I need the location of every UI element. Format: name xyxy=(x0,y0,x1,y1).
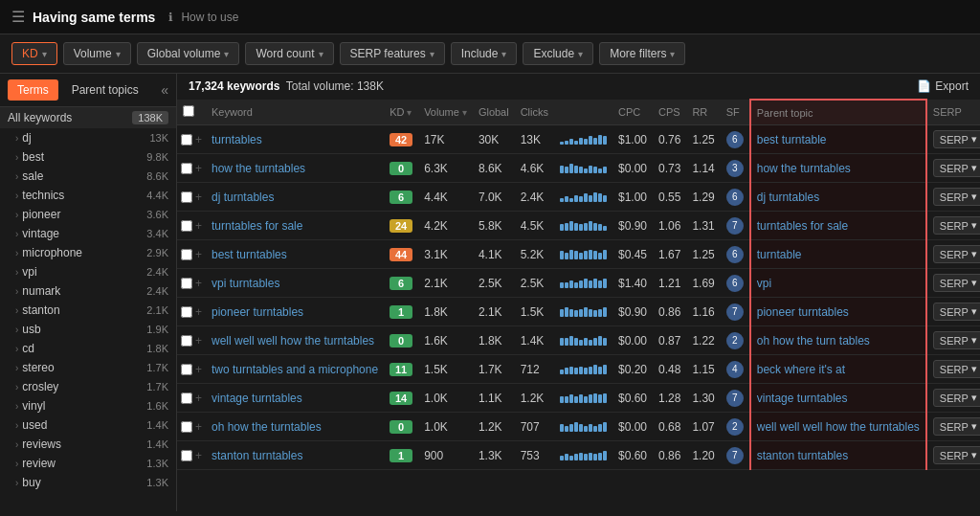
row-parent-topic[interactable]: how the turntables xyxy=(750,154,926,183)
row-keyword[interactable]: how the turntables xyxy=(206,154,384,183)
col-sf-header[interactable]: SF xyxy=(721,100,750,125)
sidebar-item-sale[interactable]: ›sale8.6K xyxy=(0,167,176,186)
row-keyword[interactable]: stanton turntables xyxy=(206,441,384,470)
serp-dropdown-button[interactable]: SERP ▾ xyxy=(933,159,980,177)
row-serp[interactable]: SERP ▾ xyxy=(926,212,980,240)
row-keyword[interactable]: turntables for sale xyxy=(206,212,384,240)
row-serp[interactable]: SERP ▾ xyxy=(926,355,980,384)
row-expand-button[interactable]: + xyxy=(195,277,202,290)
sidebar-item-vpi[interactable]: ›vpi2.4K xyxy=(0,262,176,281)
row-checkbox[interactable] xyxy=(181,249,192,260)
serp-dropdown-button[interactable]: SERP ▾ xyxy=(933,303,980,321)
sidebar-item-stanton[interactable]: ›stanton2.1K xyxy=(0,301,176,320)
row-keyword[interactable]: pioneer turntables xyxy=(206,298,384,326)
filter-btn-include[interactable]: Include ▾ xyxy=(451,42,518,65)
col-cps-header[interactable]: CPS xyxy=(653,100,686,125)
row-parent-topic[interactable]: beck where it's at xyxy=(750,355,926,384)
row-keyword[interactable]: oh how the turntables xyxy=(206,413,384,441)
sidebar-item-numark[interactable]: ›numark2.4K xyxy=(0,281,176,301)
row-checkbox[interactable] xyxy=(181,220,192,232)
sidebar-item-reviews[interactable]: ›reviews1.4K xyxy=(0,435,176,454)
sidebar-item-best[interactable]: ›best9.8K xyxy=(0,147,176,167)
row-parent-topic[interactable]: best turntable xyxy=(750,125,926,154)
serp-dropdown-button[interactable]: SERP ▾ xyxy=(933,417,980,436)
filter-btn-serp-features[interactable]: SERP features ▾ xyxy=(340,42,445,65)
col-global-header[interactable]: Global xyxy=(473,100,515,125)
serp-dropdown-button[interactable]: SERP ▾ xyxy=(933,274,980,292)
row-expand-button[interactable]: + xyxy=(195,305,202,319)
row-expand-button[interactable]: + xyxy=(195,392,202,405)
sidebar-item-dj[interactable]: ›dj13K xyxy=(0,128,176,147)
row-serp[interactable]: SERP ▾ xyxy=(926,326,980,355)
serp-dropdown-button[interactable]: SERP ▾ xyxy=(933,360,980,378)
row-checkbox[interactable] xyxy=(181,393,192,404)
row-serp[interactable]: SERP ▾ xyxy=(926,384,980,413)
row-expand-button[interactable]: + xyxy=(195,334,202,348)
sidebar-all-keywords[interactable]: All keywords 138K xyxy=(0,107,176,128)
row-parent-topic[interactable]: well well well how the turntables xyxy=(750,413,926,441)
sidebar-collapse-icon[interactable]: « xyxy=(161,82,168,98)
row-serp[interactable]: SERP ▾ xyxy=(926,413,980,441)
row-expand-button[interactable]: + xyxy=(195,133,202,146)
sidebar-item-crosley[interactable]: ›crosley1.7K xyxy=(0,377,176,396)
sidebar-item-pioneer[interactable]: ›pioneer3.6K xyxy=(0,205,176,224)
col-volume-header[interactable]: Volume ▾ xyxy=(418,100,473,125)
how-to-use-link[interactable]: How to use xyxy=(181,11,238,24)
row-keyword[interactable]: vpi turntables xyxy=(206,269,384,298)
row-checkbox[interactable] xyxy=(181,364,192,375)
row-serp[interactable]: SERP ▾ xyxy=(926,441,980,470)
col-rr-header[interactable]: RR xyxy=(686,100,720,125)
serp-dropdown-button[interactable]: SERP ▾ xyxy=(933,216,980,235)
filter-btn-global-volume[interactable]: Global volume ▾ xyxy=(137,42,240,65)
sidebar-item-cd[interactable]: ›cd1.8K xyxy=(0,339,176,358)
row-checkbox[interactable] xyxy=(181,421,192,433)
filter-btn-word-count[interactable]: Word count ▾ xyxy=(245,42,333,65)
serp-dropdown-button[interactable]: SERP ▾ xyxy=(933,130,980,148)
row-keyword[interactable]: dj turntables xyxy=(206,183,384,212)
filter-btn-exclude[interactable]: Exclude ▾ xyxy=(523,42,593,65)
serp-dropdown-button[interactable]: SERP ▾ xyxy=(933,446,980,464)
row-keyword[interactable]: best turntables xyxy=(206,240,384,269)
row-serp[interactable]: SERP ▾ xyxy=(926,298,980,326)
export-button[interactable]: 📄 Export xyxy=(917,79,969,93)
row-keyword[interactable]: turntables xyxy=(206,125,384,154)
col-clicks-header[interactable]: Clicks xyxy=(515,100,554,125)
serp-dropdown-button[interactable]: SERP ▾ xyxy=(933,389,980,407)
row-expand-button[interactable]: + xyxy=(195,219,202,233)
row-serp[interactable]: SERP ▾ xyxy=(926,269,980,298)
row-parent-topic[interactable]: turntables for sale xyxy=(750,212,926,240)
col-serp-header[interactable]: SERP xyxy=(926,100,980,125)
row-expand-button[interactable]: + xyxy=(195,449,202,462)
row-serp[interactable]: SERP ▾ xyxy=(926,125,980,154)
sidebar-item-buy[interactable]: ›buy1.3K xyxy=(0,473,176,492)
tab-terms[interactable]: Terms xyxy=(8,79,58,101)
row-parent-topic[interactable]: stanton turntables xyxy=(750,441,926,470)
row-checkbox[interactable] xyxy=(181,134,192,146)
col-cpc-header[interactable]: CPC xyxy=(612,100,653,125)
row-serp[interactable]: SERP ▾ xyxy=(926,154,980,183)
row-serp[interactable]: SERP ▾ xyxy=(926,183,980,212)
row-checkbox[interactable] xyxy=(181,191,192,203)
row-parent-topic[interactable]: vpi xyxy=(750,269,926,298)
sidebar-item-vinyl[interactable]: ›vinyl1.6K xyxy=(0,396,176,415)
tab-parent-topics[interactable]: Parent topics xyxy=(62,79,148,101)
row-checkbox[interactable] xyxy=(181,450,192,461)
row-keyword[interactable]: two turntables and a microphone xyxy=(206,355,384,384)
sidebar-item-used[interactable]: ›used1.4K xyxy=(0,415,176,435)
select-all-checkbox[interactable] xyxy=(183,105,194,117)
row-keyword[interactable]: vintage turntables xyxy=(206,384,384,413)
row-parent-topic[interactable]: dj turntables xyxy=(750,183,926,212)
hamburger-icon[interactable]: ☰ xyxy=(11,8,25,26)
row-serp[interactable]: SERP ▾ xyxy=(926,240,980,269)
row-checkbox[interactable] xyxy=(181,306,192,318)
row-checkbox[interactable] xyxy=(181,278,192,289)
serp-dropdown-button[interactable]: SERP ▾ xyxy=(933,188,980,206)
row-expand-button[interactable]: + xyxy=(195,191,202,204)
sidebar-item-review[interactable]: ›review1.3K xyxy=(0,454,176,473)
filter-btn-kd[interactable]: KD ▾ xyxy=(11,42,57,65)
sidebar-item-microphone[interactable]: ›microphone2.9K xyxy=(0,243,176,262)
row-checkbox[interactable] xyxy=(181,335,192,347)
row-expand-button[interactable]: + xyxy=(195,162,202,175)
row-checkbox[interactable] xyxy=(181,163,192,174)
sidebar-item-usb[interactable]: ›usb1.9K xyxy=(0,320,176,339)
